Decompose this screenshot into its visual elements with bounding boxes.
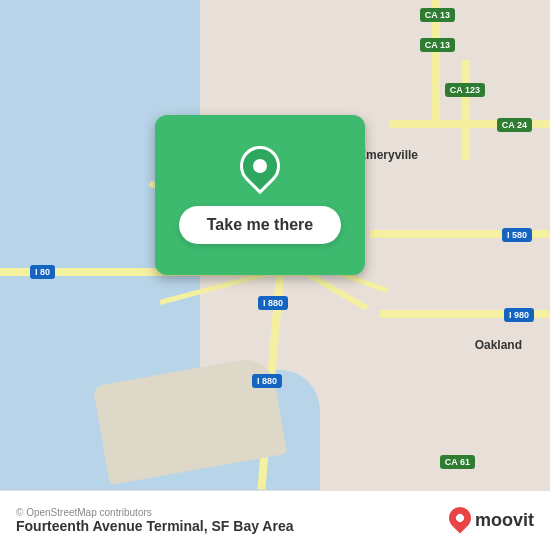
moovit-brand-label: moovit bbox=[475, 510, 534, 531]
destination-card: Take me there bbox=[155, 115, 365, 275]
highway-badge-i580: I 580 bbox=[502, 228, 532, 242]
map-container: CA 13 CA 13 CA 123 CA 24 I 80 I 580 I 88… bbox=[0, 0, 550, 490]
highway-badge-i80: I 80 bbox=[30, 265, 55, 279]
road-ca123 bbox=[462, 60, 470, 160]
moovit-pin-icon bbox=[449, 507, 471, 535]
bottom-bar: © OpenStreetMap contributors Fourteenth … bbox=[0, 490, 550, 550]
highway-badge-i880-2: I 880 bbox=[252, 374, 282, 388]
location-pin-icon bbox=[240, 146, 280, 196]
bottom-left-info: © OpenStreetMap contributors Fourteenth … bbox=[16, 507, 293, 534]
place-label-emeryville: Emeryville bbox=[358, 148, 418, 162]
take-me-there-button[interactable]: Take me there bbox=[179, 206, 341, 244]
highway-badge-i880-1: I 880 bbox=[258, 296, 288, 310]
map-attribution: © OpenStreetMap contributors bbox=[16, 507, 293, 518]
place-label-oakland: Oakland bbox=[475, 338, 522, 352]
highway-badge-ca24: CA 24 bbox=[497, 118, 532, 132]
moovit-logo: moovit bbox=[449, 507, 534, 535]
highway-badge-ca13-bottom: CA 13 bbox=[420, 38, 455, 52]
highway-badge-ca61: CA 61 bbox=[440, 455, 475, 469]
highway-badge-ca13-top: CA 13 bbox=[420, 8, 455, 22]
highway-badge-ca123: CA 123 bbox=[445, 83, 485, 97]
location-title: Fourteenth Avenue Terminal, SF Bay Area bbox=[16, 518, 293, 534]
highway-badge-i980: I 980 bbox=[504, 308, 534, 322]
